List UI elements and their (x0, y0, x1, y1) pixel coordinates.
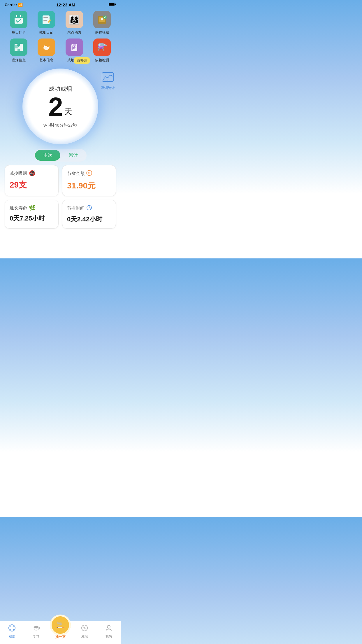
app-smoke-info[interactable]: 吸烟信息 (6, 38, 31, 63)
toggle-current[interactable]: 本次 (35, 150, 60, 161)
save-time-card: 节省时间 0天2.42小时 (62, 200, 116, 229)
reduce-smoke-header: 减少吸烟 🚭 (10, 170, 54, 176)
course-collect-label: 课程收藏 (95, 30, 109, 35)
svg-rect-8 (43, 17, 48, 18)
main-circle-section: 成功戒烟 2 天 9小时46分钟27秒 吸烟统计 (0, 69, 121, 144)
save-time-value: 0天2.42小时 (67, 215, 111, 224)
svg-rect-4 (15, 16, 23, 18)
save-money-card: 节省金额 ¥ 31.90元 (62, 165, 116, 196)
toggle-cumulative[interactable]: 累计 (60, 150, 86, 161)
app-motivation[interactable]: 👨‍👩‍👧 来点动力 (61, 11, 87, 35)
save-time-header: 节省时间 (67, 205, 111, 212)
circle-days: 2 (48, 94, 63, 120)
time-display: 12:23 AM (56, 2, 75, 7)
dependency-test-label: 依赖检测 (95, 58, 109, 63)
stats-cards-grid: 减少吸烟 🚭 29支 节省金额 ¥ 31.90元 延长寿命 🌿 0天7.25小时… (0, 165, 121, 229)
battery-icon (109, 3, 116, 7)
svg-point-16 (17, 44, 20, 47)
svg-rect-19 (16, 47, 17, 47)
app-quit-plan[interactable]: 请补充 戒烟计划 (61, 38, 87, 63)
save-time-title: 节省时间 (67, 206, 85, 211)
app-course-collect[interactable]: 课程收藏 (89, 11, 115, 35)
extend-life-value: 0天7.25小时 (10, 214, 54, 223)
svg-rect-33 (108, 80, 108, 82)
reduce-smoke-title: 减少吸烟 (10, 171, 27, 176)
circle-title: 成功戒烟 (49, 85, 72, 93)
yuan-icon: ¥ (86, 170, 92, 177)
svg-rect-31 (102, 73, 114, 81)
svg-rect-5 (16, 15, 17, 17)
svg-rect-10 (43, 20, 47, 21)
clock-icon (86, 205, 92, 212)
app-basic-info[interactable]: ? 基本信息 (34, 38, 59, 63)
save-money-header: 节省金额 ¥ (67, 170, 111, 177)
svg-rect-17 (17, 49, 20, 51)
carrier-label: Carrier (5, 3, 17, 7)
svg-point-25 (48, 46, 49, 47)
save-money-value: 31.90元 (67, 180, 111, 191)
basic-info-label: 基本信息 (39, 58, 53, 63)
app-grid: 每日打卡 戒烟日记 👨‍👩‍👧 来点动力 (0, 8, 121, 63)
smoke-info-icon (10, 38, 27, 56)
svg-rect-2 (109, 3, 115, 6)
motivation-icon: 👨‍👩‍👧 (66, 11, 83, 28)
svg-text:¥: ¥ (88, 171, 90, 175)
basic-info-icon: ? (38, 38, 55, 56)
svg-rect-6 (20, 15, 21, 17)
smoke-stats-icon (101, 71, 115, 84)
daily-checkin-icon (10, 11, 27, 28)
daily-checkin-label: 每日打卡 (12, 30, 26, 35)
course-collect-icon (93, 11, 111, 28)
svg-text:?: ? (45, 46, 47, 49)
smoke-info-label: 吸烟信息 (12, 58, 26, 63)
extend-life-card: 延长寿命 🌿 0天7.25小时 (5, 200, 59, 229)
save-money-title: 节省金额 (67, 171, 85, 176)
leaf-icon: 🌿 (29, 205, 35, 211)
app-daily-checkin[interactable]: 每日打卡 (6, 11, 31, 35)
app-dependency-test[interactable]: ⚗️ 依赖检测 (89, 38, 115, 63)
extend-life-title: 延长寿命 (10, 205, 27, 211)
smoke-stats-label: 吸烟统计 (101, 85, 115, 90)
smoke-stats-button[interactable]: 吸烟统计 (101, 71, 115, 90)
extend-life-header: 延长寿命 🌿 (10, 205, 54, 211)
quit-plan-icon (66, 38, 83, 56)
svg-point-24 (47, 46, 48, 47)
svg-rect-1 (115, 4, 116, 5)
wifi-icon: 📶 (18, 3, 23, 7)
carrier-wifi: Carrier 📶 (5, 3, 23, 7)
app-quit-diary[interactable]: 戒烟日记 (34, 11, 59, 35)
circle-time: 9小时46分钟27秒 (43, 123, 78, 128)
toggle-section: 本次 累计 (0, 149, 121, 162)
no-smoking-icon: 🚭 (29, 170, 35, 176)
svg-rect-9 (43, 19, 48, 19)
quit-diary-icon (38, 11, 55, 28)
status-bar: Carrier 📶 12:23 AM (0, 0, 121, 8)
reduce-smoke-card: 减少吸烟 🚭 29支 (5, 165, 59, 196)
toggle-container: 本次 累计 (34, 149, 87, 162)
quit-days-circle: 成功戒烟 2 天 9小时46分钟27秒 (22, 69, 98, 144)
dependency-test-icon: ⚗️ (93, 38, 111, 56)
motivation-label: 来点动力 (67, 30, 81, 35)
circle-unit: 天 (64, 106, 72, 117)
svg-rect-18 (16, 46, 17, 46)
please-fill-tooltip: 请补充 (74, 57, 90, 64)
quit-diary-label: 戒烟日记 (39, 30, 53, 35)
svg-rect-7 (43, 15, 50, 24)
reduce-smoke-value: 29支 (10, 179, 54, 190)
